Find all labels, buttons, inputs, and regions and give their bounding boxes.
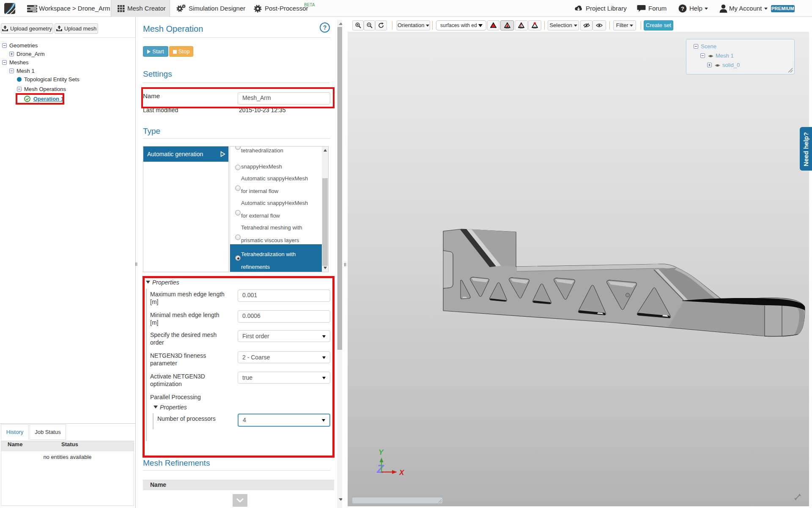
- svg-text:?: ?: [681, 6, 684, 12]
- svg-text:X: X: [399, 469, 405, 477]
- svg-text:Y: Y: [379, 448, 384, 456]
- svg-text:Z: Z: [376, 463, 384, 475]
